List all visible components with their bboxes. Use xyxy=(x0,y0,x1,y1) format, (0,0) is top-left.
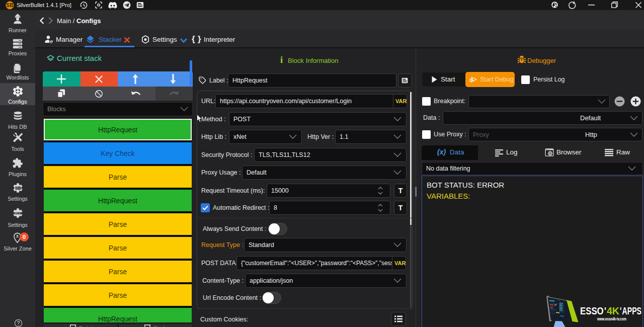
svg-text:' APPS: ' APPS xyxy=(620,305,641,316)
svg-text:SB: SB xyxy=(15,186,21,191)
svg-text:SB: SB xyxy=(7,3,14,8)
svg-text:ESSO ': ESSO ' xyxy=(580,305,606,316)
svg-text:www.esso4k-tv.com: www.esso4k-tv.com xyxy=(597,316,626,321)
svg-text:4K: 4K xyxy=(607,305,619,316)
svg-text:CORE: CORE xyxy=(14,212,22,215)
